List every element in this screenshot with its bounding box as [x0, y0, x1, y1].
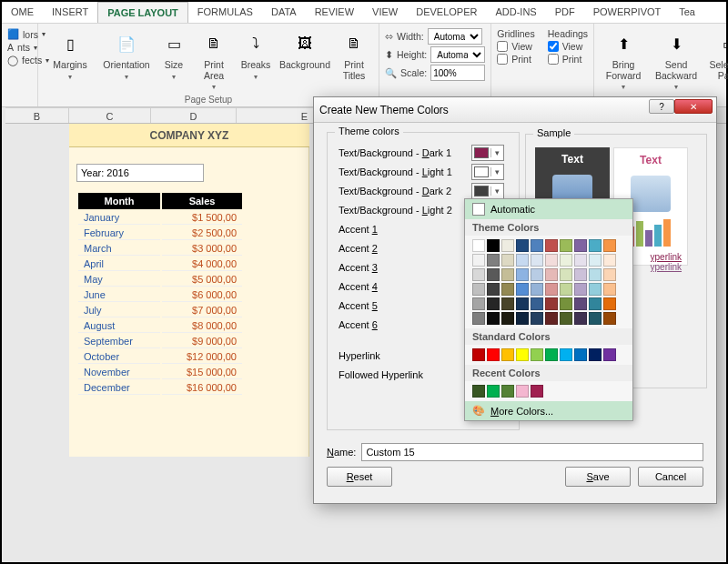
width-select[interactable]: Automatic: [428, 28, 482, 45]
color-cell[interactable]: [531, 312, 543, 325]
color-cell[interactable]: [603, 254, 616, 267]
color-cell[interactable]: [531, 385, 543, 398]
color-cell[interactable]: [574, 268, 587, 281]
color-cell[interactable]: [516, 385, 529, 398]
color-cell[interactable]: [516, 268, 529, 281]
color-cell[interactable]: [472, 312, 485, 325]
color-cell[interactable]: [603, 348, 616, 361]
color-cell[interactable]: [560, 312, 572, 325]
table-row[interactable]: June$6 000,00: [78, 288, 242, 302]
themes-effects[interactable]: ◯fects▾: [7, 55, 32, 65]
tab-ome[interactable]: OME: [2, 2, 43, 23]
color-cell[interactable]: [531, 297, 543, 310]
color-cell[interactable]: [501, 297, 514, 310]
help-button[interactable]: ?: [649, 99, 674, 114]
automatic-option[interactable]: Automatic: [465, 199, 632, 219]
color-cell[interactable]: [560, 254, 572, 267]
height-select[interactable]: Automatic: [430, 46, 485, 63]
color-cell[interactable]: [603, 268, 616, 281]
color-cell[interactable]: [501, 348, 514, 361]
color-cell[interactable]: [603, 297, 616, 310]
color-cell[interactable]: [589, 254, 602, 267]
send-backward-button[interactable]: ⬇Send Backward▾: [651, 25, 702, 91]
color-cell[interactable]: [589, 297, 602, 310]
tab-insert[interactable]: INSERT: [43, 2, 97, 23]
color-cell[interactable]: [501, 254, 514, 267]
close-button[interactable]: ✕: [674, 99, 713, 114]
color-cell[interactable]: [516, 297, 529, 310]
color-cell[interactable]: [501, 385, 514, 398]
color-cell[interactable]: [589, 239, 602, 252]
color-cell[interactable]: [574, 297, 587, 310]
themes-colors[interactable]: 🟦lors▾: [7, 28, 32, 40]
size-button[interactable]: ▭Size▾: [157, 25, 191, 81]
color-cell[interactable]: [516, 283, 529, 296]
color-cell[interactable]: [531, 283, 543, 296]
margins-button[interactable]: ▯Margins▾: [44, 25, 96, 81]
color-cell[interactable]: [560, 297, 572, 310]
breaks-button[interactable]: ⤵Breaks▾: [237, 25, 275, 81]
more-colors-option[interactable]: 🎨 More Colors...: [465, 401, 632, 420]
color-cell[interactable]: [574, 254, 587, 267]
table-row[interactable]: December$16 000,00: [78, 381, 242, 395]
color-cell[interactable]: [472, 385, 485, 398]
color-cell[interactable]: [516, 254, 529, 267]
color-cell[interactable]: [501, 239, 514, 252]
color-cell[interactable]: [545, 312, 558, 325]
color-cell[interactable]: [574, 239, 587, 252]
color-cell[interactable]: [472, 268, 485, 281]
color-cell[interactable]: [501, 283, 514, 296]
color-cell[interactable]: [531, 239, 543, 252]
color-cell[interactable]: [603, 283, 616, 296]
gridlines-view-check[interactable]: [497, 41, 508, 52]
table-row[interactable]: September$9 000,00: [78, 335, 242, 348]
save-button[interactable]: Save: [565, 467, 631, 487]
tab-data[interactable]: DATA: [262, 2, 306, 23]
color-cell[interactable]: [516, 348, 529, 361]
color-cell[interactable]: [472, 283, 485, 296]
color-swatch-button[interactable]: ▾: [471, 164, 504, 180]
color-cell[interactable]: [516, 312, 529, 325]
color-cell[interactable]: [574, 283, 587, 296]
color-cell[interactable]: [560, 239, 572, 252]
color-cell[interactable]: [472, 297, 485, 310]
color-cell[interactable]: [545, 239, 558, 252]
color-cell[interactable]: [472, 348, 485, 361]
table-row[interactable]: August$8 000,00: [78, 319, 242, 333]
color-cell[interactable]: [545, 297, 558, 310]
cancel-button[interactable]: Cancel: [638, 467, 703, 487]
color-cell[interactable]: [487, 239, 500, 252]
color-cell[interactable]: [501, 268, 514, 281]
color-cell[interactable]: [487, 283, 500, 296]
reset-button[interactable]: Reset: [327, 467, 392, 487]
print-area-button[interactable]: 🗎Print Area▾: [195, 25, 233, 91]
color-cell[interactable]: [487, 312, 500, 325]
table-row[interactable]: January$1 500,00: [78, 211, 242, 225]
color-cell[interactable]: [531, 348, 543, 361]
tab-tea[interactable]: Tea: [670, 2, 704, 23]
tab-pdf[interactable]: PDF: [546, 2, 584, 23]
print-titles-button[interactable]: 🗎Print Titles: [335, 25, 373, 81]
selection-pane-button[interactable]: ▭Selection Pane: [705, 25, 728, 81]
tab-powerpivot[interactable]: POWERPIVOT: [584, 2, 671, 23]
color-cell[interactable]: [501, 312, 514, 325]
tab-view[interactable]: VIEW: [363, 2, 407, 23]
color-cell[interactable]: [487, 297, 500, 310]
color-cell[interactable]: [531, 254, 543, 267]
theme-name-input[interactable]: [361, 443, 703, 461]
table-row[interactable]: October$12 000,00: [78, 350, 242, 364]
color-cell[interactable]: [574, 312, 587, 325]
color-cell[interactable]: [589, 283, 602, 296]
color-cell[interactable]: [516, 239, 529, 252]
background-button[interactable]: 🖼Background: [278, 25, 331, 71]
table-row[interactable]: February$2 500,00: [78, 227, 242, 240]
bring-forward-button[interactable]: ⬆Bring Forward▾: [600, 25, 647, 91]
color-cell[interactable]: [487, 268, 500, 281]
color-cell[interactable]: [545, 348, 558, 361]
color-cell[interactable]: [487, 385, 500, 398]
color-cell[interactable]: [603, 239, 616, 252]
color-swatch-button[interactable]: ▾: [471, 183, 504, 199]
dialog-titlebar[interactable]: Create New Theme Colors ? ✕: [314, 97, 716, 123]
color-cell[interactable]: [560, 348, 572, 361]
col-header-C[interactable]: C: [69, 107, 151, 123]
